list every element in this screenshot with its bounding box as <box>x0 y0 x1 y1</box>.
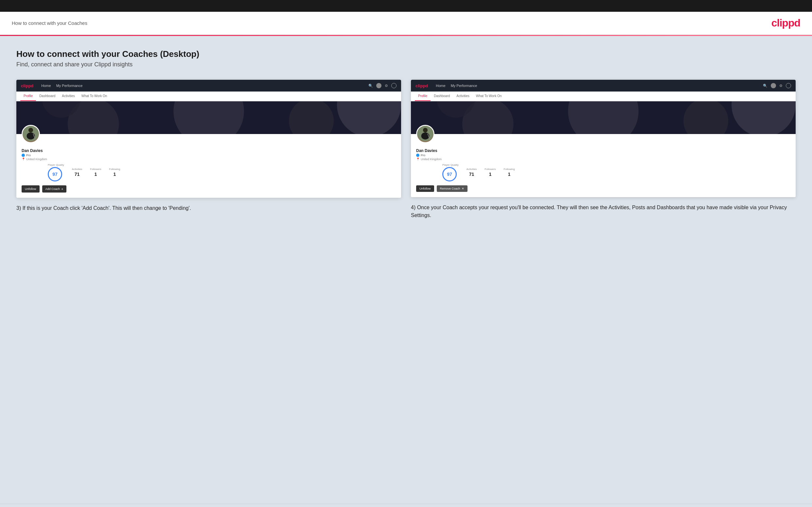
app-tabs-2: Profile Dashboard Activities What To Wor… <box>411 92 796 101</box>
description-1: 3) If this is your Coach click 'Add Coac… <box>16 204 401 212</box>
svg-point-2 <box>173 101 244 134</box>
stats-row-1: Player Quality 97 Activities 71 Follower… <box>21 163 396 181</box>
stat-followers-1: Followers 1 <box>90 168 101 177</box>
stat-value-activities-1: 71 <box>74 172 80 177</box>
app-nav-icons-1: 🔍 ⚙ <box>368 83 397 88</box>
app-tabs-1: Profile Dashboard Activities What To Wor… <box>16 92 401 101</box>
screenshot-block-2: clippd Home My Performance 🔍 ⚙ Profile D… <box>411 80 796 219</box>
app-nav-icons-2: 🔍 ⚙ <box>763 83 791 88</box>
profile-location-1: 📍 United Kingdom <box>21 158 396 161</box>
quality-circle-2: 97 <box>442 167 457 181</box>
close-icon: ✕ <box>462 187 464 190</box>
description-2: 4) Once your Coach accepts your request … <box>411 204 796 219</box>
profile-name-1: Dan Davies <box>21 149 396 153</box>
svg-point-17 <box>423 128 427 132</box>
stat-label-activities-1: Activities <box>72 168 83 171</box>
tab-dashboard-1[interactable]: Dashboard <box>36 92 59 101</box>
remove-coach-button[interactable]: Remove Coach ✕ <box>437 185 467 192</box>
header: How to connect with your Coaches clippd <box>0 12 812 35</box>
stat-value-activities-2: 71 <box>469 172 474 177</box>
profile-banner-1 <box>16 101 401 134</box>
search-icon-1[interactable]: 🔍 <box>368 84 373 88</box>
stat-value-followers-1: 1 <box>95 172 97 177</box>
banner-bg-1 <box>16 101 401 134</box>
top-bar <box>0 0 812 12</box>
svg-point-12 <box>568 101 639 134</box>
tab-whattowkon-1[interactable]: What To Work On <box>78 92 111 101</box>
screenshot-block-1: clippd Home My Performance 🔍 ⚙ Profile D… <box>16 80 401 219</box>
stat-label-followers-2: Followers <box>485 168 496 171</box>
stat-label-quality-2: Player Quality <box>442 163 459 166</box>
profile-pro-2: Pro <box>421 154 425 157</box>
svg-point-8 <box>27 132 35 139</box>
main-content: How to connect with your Coaches (Deskto… <box>0 36 812 504</box>
profile-avatar-2 <box>416 125 435 143</box>
profile-avatar-1 <box>21 125 40 143</box>
nav-link-home-2[interactable]: Home <box>436 84 445 88</box>
stat-following-2: Following 1 <box>504 168 515 177</box>
nav-link-performance-2[interactable]: My Performance <box>451 84 477 88</box>
stat-activities-1: Activities 71 <box>72 168 83 177</box>
stat-label-activities-2: Activities <box>466 168 477 171</box>
stat-player-quality-2: Player Quality 97 <box>442 163 459 181</box>
stat-value-following-2: 1 <box>508 172 511 177</box>
app-logo-sm-1: clippd <box>21 83 33 88</box>
profile-name-2: Dan Davies <box>416 149 791 153</box>
stat-label-following-2: Following <box>504 168 515 171</box>
tab-whattowkon-2[interactable]: What To Work On <box>473 92 505 101</box>
profile-badge-2: Pro <box>416 154 791 157</box>
add-coach-button[interactable]: Add Coach + <box>42 185 67 192</box>
settings-icon-1[interactable]: ⚙ <box>385 84 388 88</box>
tab-dashboard-2[interactable]: Dashboard <box>430 92 453 101</box>
verified-icon-2 <box>416 154 419 157</box>
profile-location-2: 📍 United Kingdom <box>416 158 791 161</box>
stats-row-2: Player Quality 97 Activities 71 Follower… <box>416 163 791 181</box>
profile-section-2: Dan Davies Pro 📍 United Kingdom <box>411 134 796 197</box>
nav-link-performance-1[interactable]: My Performance <box>56 84 83 88</box>
location-pin-2: 📍 <box>416 158 420 161</box>
unfollow-button-1[interactable]: Unfollow <box>21 185 40 192</box>
search-icon-2[interactable]: 🔍 <box>763 84 767 88</box>
stat-label-following-1: Following <box>109 168 120 171</box>
tab-profile-1[interactable]: Profile <box>20 92 36 101</box>
stat-following-1: Following 1 <box>109 168 120 177</box>
clippd-logo: clippd <box>771 17 800 29</box>
profile-badge-1: Pro <box>21 154 396 157</box>
app-logo-sm-2: clippd <box>415 83 428 88</box>
svg-point-7 <box>29 128 33 132</box>
profile-section-1: Dan Davies Pro 📍 United Kingdom <box>16 134 401 198</box>
user-avatar-icon-1[interactable] <box>376 83 382 88</box>
settings-icon-2[interactable]: ⚙ <box>779 84 782 88</box>
svg-point-13 <box>683 101 728 134</box>
globe-icon-1 <box>391 83 397 88</box>
plus-icon: + <box>61 187 63 191</box>
page-subheading: Find, connect and share your Clippd insi… <box>16 61 796 68</box>
svg-point-3 <box>289 101 334 134</box>
profile-actions-2: Unfollow Remove Coach ✕ <box>416 185 791 192</box>
screenshot-frame-1: clippd Home My Performance 🔍 ⚙ Profile D… <box>16 80 401 198</box>
svg-point-18 <box>421 132 429 139</box>
screenshots-row: clippd Home My Performance 🔍 ⚙ Profile D… <box>16 80 796 219</box>
stat-value-followers-2: 1 <box>489 172 492 177</box>
verified-icon-1 <box>21 154 25 157</box>
header-title: How to connect with your Coaches <box>12 20 87 26</box>
stat-value-following-1: 1 <box>113 172 116 177</box>
profile-pro-1: Pro <box>26 154 31 157</box>
profile-actions-1: Unfollow Add Coach + <box>21 185 396 192</box>
tab-activities-2[interactable]: Activities <box>453 92 472 101</box>
app-navbar-2: clippd Home My Performance 🔍 ⚙ <box>411 80 796 92</box>
nav-link-home-1[interactable]: Home <box>41 84 51 88</box>
page-heading: How to connect with your Coaches (Deskto… <box>16 49 796 59</box>
unfollow-button-2[interactable]: Unfollow <box>416 185 434 192</box>
stat-activities-2: Activities 71 <box>466 168 477 177</box>
stat-followers-2: Followers 1 <box>485 168 496 177</box>
user-avatar-icon-2[interactable] <box>771 83 776 88</box>
stat-player-quality-1: Player Quality 97 <box>48 163 64 181</box>
stat-label-quality-1: Player Quality <box>48 163 64 166</box>
footer: Copyright Clippd 2022 <box>0 504 812 507</box>
tab-profile-2[interactable]: Profile <box>415 92 430 101</box>
tab-activities-1[interactable]: Activities <box>59 92 78 101</box>
location-pin-1: 📍 <box>21 158 25 161</box>
stat-label-followers-1: Followers <box>90 168 101 171</box>
banner-bg-2 <box>411 101 796 134</box>
